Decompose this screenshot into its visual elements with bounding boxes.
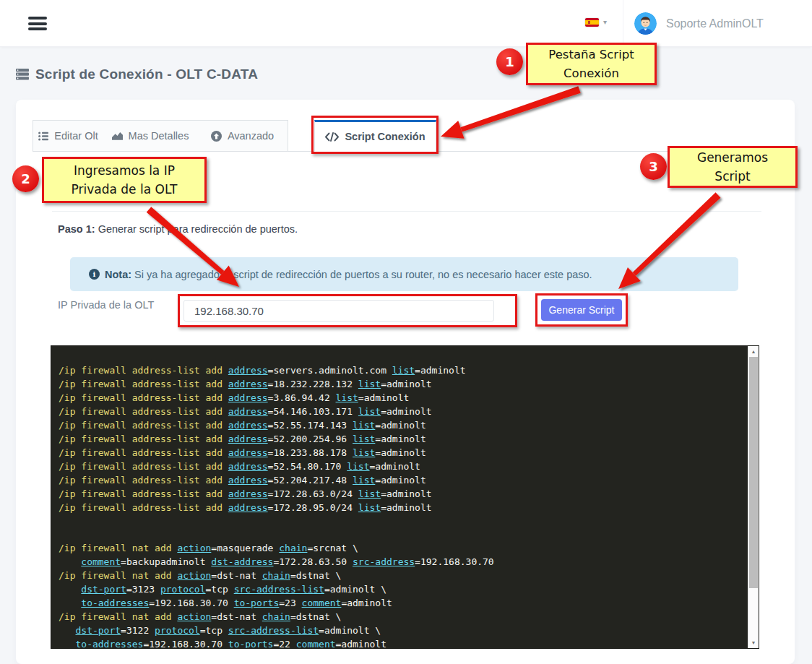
user-menu[interactable]: Soporte AdminOLT xyxy=(634,12,764,35)
scroll-up-arrow[interactable]: ▲ xyxy=(748,346,759,357)
generate-script-button[interactable]: Generar Script xyxy=(541,299,622,321)
annotation-note-3: Generamos Script xyxy=(668,146,798,188)
page-title: Script de Conexión - OLT C-DATA xyxy=(35,66,258,82)
annotation-note-2: Ingresamos la IP Privada de la OLT xyxy=(42,157,207,203)
annotation-number-2: 2 xyxy=(12,165,39,192)
spain-flag-icon xyxy=(585,18,599,27)
user-name: Soporte AdminOLT xyxy=(666,17,764,30)
user-avatar xyxy=(634,12,657,35)
header-divider xyxy=(623,0,623,47)
scrollbar-thumb[interactable] xyxy=(749,357,758,588)
ip-label: IP Privada de la OLT xyxy=(58,299,154,311)
script-output-block: /ip firewall address-list add address=se… xyxy=(51,345,759,649)
scroll-down-arrow[interactable]: ▼ xyxy=(748,637,759,648)
ip-input[interactable] xyxy=(183,300,494,322)
step-label: Paso 1: xyxy=(58,223,95,235)
chart-area-icon xyxy=(112,131,123,141)
section-header: Script de Conexión - OLT C-DATA xyxy=(16,66,258,82)
list-icon xyxy=(38,131,48,141)
note-content: Nota: Si ya ha agregado el script de red… xyxy=(105,269,592,280)
info-alert: i Nota: Si ya ha agregado el script de r… xyxy=(70,257,738,291)
tab-avanzado[interactable]: Avanzado xyxy=(197,120,288,152)
chevron-down-icon: ▾ xyxy=(603,19,607,26)
annotation-number-3: 3 xyxy=(640,153,667,180)
annotation-highlight-input xyxy=(178,294,517,327)
note-label: Nota: xyxy=(105,269,131,280)
tab-label: Mas Detalles xyxy=(129,130,189,142)
app-root: ▾ Soporte xyxy=(0,0,812,664)
arrow-circle-up-icon xyxy=(211,131,222,142)
script-code[interactable]: /ip firewall address-list add address=se… xyxy=(51,346,748,648)
tab-label: Editar Olt xyxy=(54,130,98,142)
divider xyxy=(52,211,761,212)
annotation-highlight-button: Generar Script xyxy=(535,293,628,327)
top-navbar: ▾ Soporte xyxy=(0,0,812,47)
tab-script-conexion[interactable]: Script Conexión xyxy=(314,120,436,152)
step-text: Paso 1: Generar script para redirección … xyxy=(58,223,298,235)
server-icon xyxy=(16,69,29,80)
language-selector[interactable]: ▾ xyxy=(585,18,607,27)
tab-label: Avanzado xyxy=(228,130,274,142)
hamburger-icon[interactable] xyxy=(28,17,47,30)
tab-editar-olt[interactable]: Editar Olt xyxy=(33,120,104,152)
annotation-note-1: Pestaña Script Conexión xyxy=(526,43,657,85)
tab-mas-detalles[interactable]: Mas Detalles xyxy=(103,120,198,152)
code-icon xyxy=(325,132,339,142)
code-scrollbar[interactable]: ▲ ▼ xyxy=(748,346,759,648)
tab-label: Script Conexión xyxy=(345,131,425,142)
info-icon: i xyxy=(89,269,100,280)
annotation-number-1: 1 xyxy=(496,48,523,75)
